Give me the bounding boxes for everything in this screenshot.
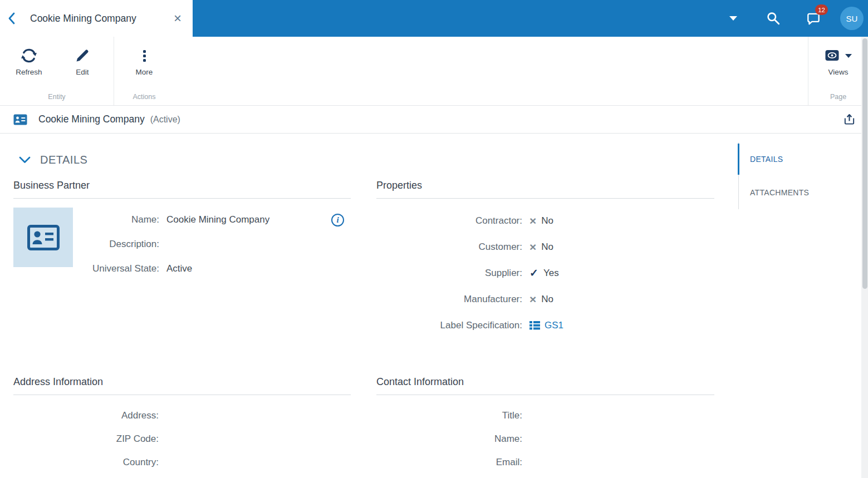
- x-icon: ×: [529, 215, 536, 226]
- entity-tab[interactable]: Cookie Mining Company ×: [0, 0, 193, 37]
- search-icon: [766, 11, 781, 26]
- entity-status: (Active): [150, 115, 180, 125]
- address-field: Address:: [13, 404, 351, 427]
- top-bar: Cookie Mining Company × 12 SU: [0, 0, 868, 37]
- pencil-icon: [75, 43, 90, 68]
- name-field: Name: Cookie Mining Company i: [73, 208, 351, 232]
- country-label: Country:: [13, 457, 166, 468]
- nav-item-attachments[interactable]: ATTACHMENTS: [739, 176, 860, 209]
- customer-value: No: [541, 242, 553, 253]
- customer-field: Customer: × No: [376, 234, 714, 260]
- address-information-title: Address Information: [13, 376, 351, 395]
- manufacturer-field: Manufacturer: × No: [376, 286, 714, 312]
- address-information-panel: Address Information Address: ZIP Code: C…: [13, 376, 351, 474]
- header-dropdown-caret[interactable]: [713, 0, 753, 37]
- main-panel: DETAILS Business Partner: [0, 134, 738, 478]
- more-label: More: [136, 68, 153, 76]
- manufacturer-value: No: [541, 294, 553, 305]
- properties-title: Properties: [376, 180, 714, 199]
- content-area: DETAILS Business Partner: [0, 134, 868, 478]
- search-button[interactable]: [753, 0, 793, 37]
- contact-name-field: Name:: [376, 427, 714, 451]
- label-specification-label: Label Specification:: [376, 320, 529, 331]
- business-partner-icon: [13, 114, 27, 125]
- business-partner-thumbnail[interactable]: [13, 208, 73, 267]
- nav-item-details[interactable]: DETAILS: [739, 142, 860, 176]
- supplier-field: Supplier: ✓ Yes: [376, 260, 714, 286]
- ribbon-group-label-page: Page: [808, 93, 868, 105]
- business-partner-title: Business Partner: [13, 180, 351, 199]
- details-section-title: DETAILS: [40, 154, 87, 166]
- views-label: Views: [828, 68, 849, 76]
- page-section-nav: DETAILS ATTACHMENTS: [738, 134, 868, 478]
- ribbon-group-actions: More Actions: [114, 37, 174, 105]
- ribbon-group-label-entity: Entity: [0, 93, 114, 105]
- description-label: Description:: [73, 239, 166, 250]
- open-in-window-button[interactable]: [843, 113, 856, 126]
- avatar[interactable]: SU: [840, 7, 864, 30]
- contact-name-label: Name:: [376, 433, 529, 445]
- views-caret-icon[interactable]: [845, 54, 852, 58]
- properties-panel: Properties Contractor: × No Customer: × …: [376, 180, 714, 338]
- description-field: Description:: [73, 232, 351, 257]
- x-icon: ×: [529, 293, 536, 305]
- universal-state-field: Universal State: Active: [73, 257, 351, 281]
- x-icon: ×: [529, 241, 536, 253]
- contractor-label: Contractor:: [376, 215, 529, 226]
- more-button[interactable]: More: [117, 43, 171, 76]
- contact-information-title: Contact Information: [376, 376, 714, 395]
- vertical-scrollbar[interactable]: [861, 37, 868, 478]
- tab-title: Cookie Mining Company: [30, 13, 171, 24]
- eye-icon: [825, 49, 841, 62]
- refresh-button[interactable]: Refresh: [2, 43, 56, 76]
- ribbon-group-page: Views Page: [808, 37, 868, 105]
- supplier-label: Supplier:: [376, 268, 529, 279]
- label-specification-value[interactable]: GS1: [545, 320, 563, 331]
- supplier-value: Yes: [543, 268, 559, 279]
- edit-label: Edit: [76, 68, 89, 76]
- refresh-icon: [20, 43, 38, 68]
- label-spec-list-icon: [529, 321, 540, 330]
- ribbon-group-label-actions: Actions: [114, 93, 174, 105]
- entity-title: Cookie Mining Company: [38, 114, 145, 125]
- back-chevron-icon[interactable]: [8, 12, 16, 24]
- app-header-bar: 12 SU: [193, 0, 868, 37]
- caret-down-icon: [729, 16, 737, 21]
- contact-information-panel: Contact Information Title: Name: Email:: [376, 376, 714, 474]
- zip-code-field: ZIP Code:: [13, 427, 351, 451]
- check-icon: ✓: [529, 268, 538, 278]
- contact-email-label: Email:: [376, 457, 529, 468]
- views-button[interactable]: Views: [812, 43, 865, 76]
- close-tab-icon[interactable]: ×: [171, 12, 184, 25]
- details-section-toggle[interactable]: DETAILS: [13, 134, 738, 180]
- name-value: Cookie Mining Company: [166, 214, 269, 225]
- ribbon-group-entity: Refresh Edit Entity: [0, 37, 114, 105]
- edit-button[interactable]: Edit: [56, 43, 109, 76]
- customer-label: Customer:: [376, 242, 529, 253]
- entity-header: Cookie Mining Company (Active): [0, 106, 868, 134]
- info-icon[interactable]: i: [331, 214, 344, 226]
- universal-state-value: Active: [166, 263, 192, 274]
- chevron-down-icon: [19, 156, 31, 164]
- contact-email-field: Email:: [376, 451, 714, 474]
- universal-state-label: Universal State:: [73, 263, 166, 274]
- id-card-icon: [27, 225, 60, 250]
- notification-badge: 12: [815, 4, 828, 15]
- ribbon-toolbar: Refresh Edit Entity More Actions: [0, 37, 868, 106]
- country-field: Country:: [13, 451, 351, 474]
- contact-title-label: Title:: [376, 410, 529, 421]
- zip-code-label: ZIP Code:: [13, 433, 166, 445]
- name-label: Name:: [73, 214, 166, 225]
- contractor-value: No: [541, 215, 553, 226]
- refresh-label: Refresh: [16, 68, 42, 76]
- notifications-button[interactable]: 12: [793, 0, 833, 37]
- contractor-field: Contractor: × No: [376, 208, 714, 234]
- more-dots-icon: [143, 43, 146, 68]
- label-specification-field: Label Specification: GS1: [376, 312, 714, 338]
- ribbon-spacer: [174, 37, 808, 105]
- contact-title-field: Title:: [376, 404, 714, 427]
- export-up-icon: [843, 113, 856, 126]
- manufacturer-label: Manufacturer:: [376, 294, 529, 305]
- scrollbar-thumb[interactable]: [862, 38, 867, 289]
- business-partner-panel: Business Partner Name:: [13, 180, 351, 338]
